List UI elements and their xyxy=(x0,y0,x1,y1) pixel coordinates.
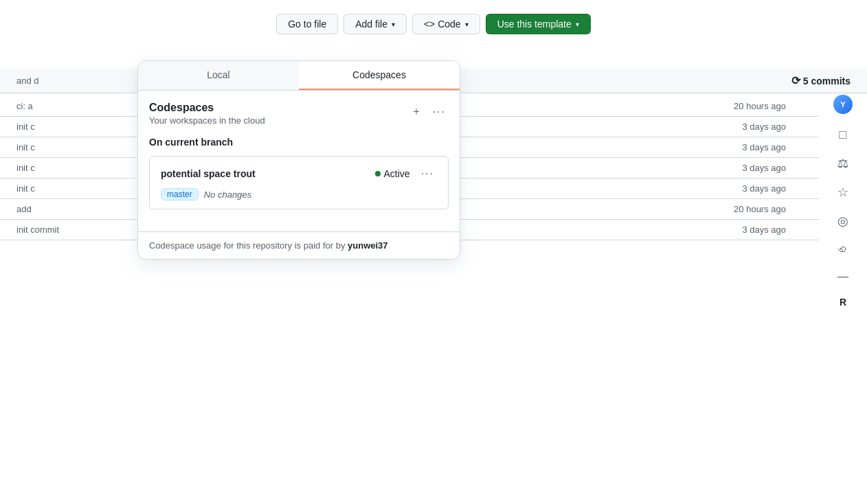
code-dropdown-panel: Local Codespaces Codespaces Your workspa… xyxy=(137,60,460,260)
page-container: ci: a 20 hours ago init c 3 days ago ini… xyxy=(0,0,867,504)
file-name: init c xyxy=(16,142,154,152)
branch-badge: master xyxy=(161,188,199,201)
codespaces-title-group: Codespaces Your workspaces in the cloud xyxy=(149,102,265,126)
toolbar: Go to file Add file ▾ <> Code ▾ Use this… xyxy=(0,0,867,48)
codespaces-subtitle: Your workspaces in the cloud xyxy=(149,115,265,126)
copy-icon[interactable]: □ xyxy=(840,128,847,142)
left-text: and d xyxy=(16,76,39,86)
time-ago: 20 hours ago xyxy=(679,101,802,111)
codespace-meta: master No changes xyxy=(161,188,437,201)
fork-icon[interactable]: ꩜ xyxy=(837,242,849,257)
codespace-ellipsis-icon: ··· xyxy=(421,168,434,180)
file-name: init c xyxy=(16,163,154,173)
scale-icon[interactable]: ⚖ xyxy=(837,156,848,171)
code-label: <> Code xyxy=(424,19,461,30)
footer-user[interactable]: yunwei37 xyxy=(348,240,388,251)
time-ago: 3 days ago xyxy=(679,122,802,132)
codespaces-header: Codespaces Your workspaces in the cloud … xyxy=(149,102,449,126)
repo-label: R xyxy=(840,297,846,308)
tab-local[interactable]: Local xyxy=(138,61,299,90)
use-template-chevron-icon: ▾ xyxy=(576,21,579,28)
file-name: init c xyxy=(16,183,154,194)
footer-text: Codespace usage for this repository is p… xyxy=(149,240,348,251)
time-ago: 3 days ago xyxy=(679,225,802,235)
dropdown-tabs: Local Codespaces xyxy=(138,61,460,91)
history-icon: ⟳ xyxy=(791,74,800,87)
codespace-name[interactable]: potential space trout xyxy=(161,168,256,179)
add-file-label: Add file xyxy=(355,19,387,30)
use-template-button[interactable]: Use this template ▾ xyxy=(486,14,591,34)
add-file-chevron-icon: ▾ xyxy=(392,21,395,28)
star-icon[interactable]: ☆ xyxy=(837,185,848,200)
no-changes-text: No changes xyxy=(204,190,251,200)
plus-icon: ＋ xyxy=(411,104,422,119)
time-ago: 3 days ago xyxy=(679,142,802,152)
time-ago: 20 hours ago xyxy=(679,204,802,214)
file-name: init c xyxy=(16,122,154,132)
file-name: ci: a xyxy=(16,101,154,111)
status-badge: Active xyxy=(375,168,410,179)
tab-codespaces[interactable]: Codespaces xyxy=(299,61,460,90)
code-button[interactable]: <> Code ▾ xyxy=(412,14,480,34)
codespace-item: potential space trout Active ··· master … xyxy=(149,156,449,209)
time-ago: 3 days ago xyxy=(679,163,802,173)
file-name: add xyxy=(16,204,154,214)
ellipsis-icon: ··· xyxy=(433,106,446,118)
status-text: Active xyxy=(384,168,410,179)
use-template-label: Use this template xyxy=(497,19,572,30)
active-dot xyxy=(375,171,381,176)
codespace-options-button[interactable]: ··· xyxy=(418,165,437,183)
codespaces-title: Codespaces xyxy=(149,102,265,114)
codespace-menu-button[interactable]: ··· xyxy=(430,103,449,121)
dropdown-footer: Codespace usage for this repository is p… xyxy=(138,231,460,259)
time-ago: 3 days ago xyxy=(679,183,802,194)
dash-icon: — xyxy=(837,271,848,283)
dropdown-body: Codespaces Your workspaces in the cloud … xyxy=(138,91,460,231)
codespace-status: Active ··· xyxy=(375,165,437,183)
add-file-button[interactable]: Add file ▾ xyxy=(344,14,407,34)
add-codespace-button[interactable]: ＋ xyxy=(408,102,425,122)
go-to-file-button[interactable]: Go to file xyxy=(276,14,338,34)
eye-icon[interactable]: ◎ xyxy=(837,214,848,229)
right-panel: Y □ ⚖ ☆ ◎ ꩜ — R xyxy=(819,69,867,504)
file-name: init commit xyxy=(16,225,154,235)
code-chevron-icon: ▾ xyxy=(465,21,469,28)
codespaces-actions: ＋ ··· xyxy=(408,102,449,122)
commit-number: 5 xyxy=(803,76,809,87)
avatar: Y xyxy=(833,95,853,114)
codespace-item-header: potential space trout Active ··· xyxy=(161,165,437,183)
on-branch-label: On current branch xyxy=(149,137,449,148)
